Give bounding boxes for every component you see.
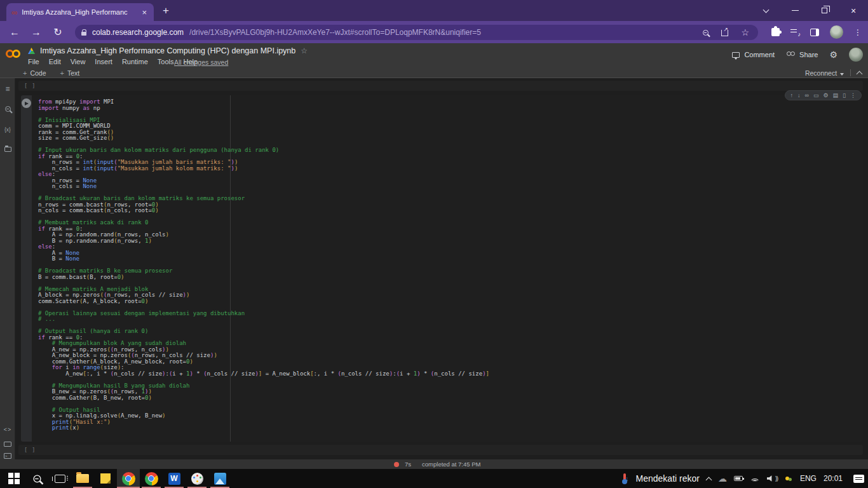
volume-icon[interactable]: )) <box>767 475 778 482</box>
forward-icon[interactable]: → <box>27 21 46 43</box>
delete-cell-icon[interactable]: ▯ <box>843 93 846 98</box>
start-button[interactable] <box>3 469 25 488</box>
comment-button[interactable]: Comment <box>732 51 775 58</box>
reconnect-button[interactable]: Reconnect <box>805 69 844 77</box>
word-button[interactable]: W <box>163 469 186 488</box>
command-palette-icon[interactable] <box>0 442 15 447</box>
taskbar-search-button[interactable] <box>25 469 48 488</box>
tab-search-icon[interactable] <box>751 0 780 21</box>
share-label: Share <box>799 51 818 58</box>
terminal-icon[interactable]: >_ <box>0 453 15 459</box>
mirror-cell-icon[interactable]: ▤ <box>833 93 839 98</box>
new-tab-button[interactable]: + <box>163 5 169 16</box>
browser-profile-avatar[interactable] <box>830 25 843 39</box>
colab-profile-avatar[interactable] <box>849 48 863 62</box>
lock-icon[interactable] <box>81 32 86 36</box>
menu-item[interactable]: View <box>71 58 86 65</box>
share-page-icon[interactable] <box>721 30 728 36</box>
left-sidebar: ≡ {x} <> >_ <box>0 78 15 459</box>
browser-actions: ♪ ⋮ <box>771 21 868 43</box>
close-button[interactable]: × <box>839 0 868 21</box>
weather-widget[interactable]: ↓ <box>622 473 629 484</box>
task-view-icon <box>55 475 65 483</box>
paint-button[interactable] <box>186 469 208 488</box>
chrome-button-active[interactable] <box>117 469 140 488</box>
collapse-header-icon[interactable] <box>857 71 863 78</box>
copy-link-icon[interactable]: ∞ <box>805 93 809 98</box>
browser-tab[interactable]: ∞ Imtiyas Azzahra_High Performanc × <box>6 3 154 21</box>
url-host: colab.research.google.com <box>92 28 184 37</box>
add-comment-icon[interactable]: ▭ <box>813 93 819 98</box>
menu-item[interactable]: Insert <box>95 58 112 65</box>
move-cell-up-icon[interactable]: ↑ <box>790 93 794 98</box>
code-line: B = comm.bcast(B, root=0) <box>38 274 862 281</box>
menu-item[interactable]: Edit <box>49 58 61 65</box>
code-line: B_new = np.zeros((n_rows, 1)) <box>38 389 862 395</box>
changes-saved-status[interactable]: All changes saved <box>174 58 228 66</box>
notebook-toolbar: + Code + Text Reconnect <box>0 67 868 78</box>
restore-button[interactable] <box>810 0 839 21</box>
move-cell-down-icon[interactable]: ↓ <box>797 93 801 98</box>
add-code-button[interactable]: + Code <box>23 69 46 77</box>
task-view-button[interactable] <box>48 469 71 488</box>
code-snippets-icon[interactable]: <> <box>0 426 15 433</box>
empty-cell-top[interactable]: [ ] <box>18 81 863 91</box>
back-icon[interactable]: ← <box>5 21 24 43</box>
onedrive-cloud-icon[interactable]: ☁ <box>718 474 727 483</box>
divider <box>850 69 851 76</box>
minimize-button[interactable] <box>780 0 810 21</box>
code-line: comm.Scatter(A, A_block, root=0) <box>38 299 862 305</box>
sticky-note-icon <box>100 473 111 484</box>
browser-menu-icon[interactable]: ⋮ <box>854 28 862 37</box>
more-cell-actions-icon[interactable]: ⋮ <box>850 93 856 98</box>
file-explorer-button[interactable] <box>71 469 94 488</box>
empty-cell-bottom[interactable]: [ ] <box>18 445 863 455</box>
menu-item[interactable]: Tools <box>158 58 174 65</box>
wifi-icon[interactable] <box>750 475 760 482</box>
tab-close-icon[interactable]: × <box>140 8 149 17</box>
search-icon[interactable] <box>0 106 15 112</box>
code-line: A_new[:, i * (n_cols // size):(i + 1) * … <box>38 371 862 377</box>
notification-center-icon[interactable] <box>853 475 864 483</box>
bookmark-star-icon[interactable]: ☆ <box>741 28 749 37</box>
variables-icon[interactable]: {x} <box>0 126 15 133</box>
code-line: import numpy as np <box>38 105 862 112</box>
menu-item[interactable]: Runtime <box>122 58 148 65</box>
extensions-icon[interactable] <box>771 28 780 36</box>
media-control-icon[interactable]: ♪ <box>790 29 799 36</box>
sticky-notes-button[interactable] <box>94 469 117 488</box>
code-line <box>38 214 862 220</box>
language-indicator[interactable]: ENG <box>800 474 817 483</box>
cell-gutter <box>21 95 32 442</box>
star-notebook-icon[interactable]: ☆ <box>301 46 308 55</box>
execution-error-icon[interactable] <box>394 462 399 467</box>
cell-settings-icon[interactable]: ⚙ <box>823 93 828 98</box>
share-button[interactable]: Share <box>786 51 818 58</box>
zoom-icon[interactable] <box>703 30 709 36</box>
clock[interactable]: 20:01 <box>824 474 843 483</box>
tab-title: Imtiyas Azzahra_High Performanc <box>22 8 135 16</box>
battery-icon[interactable] <box>734 476 743 481</box>
cell-prompt: [ ] <box>24 447 36 453</box>
reload-icon[interactable]: ↻ <box>48 21 67 43</box>
settings-gear-icon[interactable]: ⚙ <box>829 50 837 59</box>
cell-toolbar: ↑ ↓ ∞ ▭ ⚙ ▤ ▯ ⋮ <box>785 90 862 100</box>
add-text-button[interactable]: + Text <box>60 69 80 77</box>
photos-button[interactable] <box>208 469 231 488</box>
plus-icon: + <box>23 69 27 77</box>
url-bar[interactable]: colab.research.google.com /drive/1XsByvP… <box>75 25 758 40</box>
notebook-title[interactable]: Imtiyas Azzahra_High Performance Computi… <box>40 46 295 55</box>
taskbar-apps: W <box>3 469 231 488</box>
side-panel-icon[interactable] <box>810 29 819 36</box>
tray-expand-icon[interactable] <box>706 477 712 483</box>
weather-headline[interactable]: Mendekati rekor <box>636 473 700 484</box>
run-cell-button[interactable] <box>22 98 31 108</box>
chrome-button[interactable] <box>140 469 163 488</box>
menu-item[interactable]: File <box>28 58 39 65</box>
tray-app-icon[interactable] <box>785 475 793 482</box>
colab-logo-icon[interactable] <box>6 49 22 59</box>
table-of-contents-icon[interactable]: ≡ <box>0 85 15 93</box>
dropdown-caret-icon <box>840 73 844 76</box>
files-icon[interactable] <box>0 147 15 152</box>
code-editor[interactable]: from mpi4py import MPIimport numpy as np… <box>38 99 862 431</box>
